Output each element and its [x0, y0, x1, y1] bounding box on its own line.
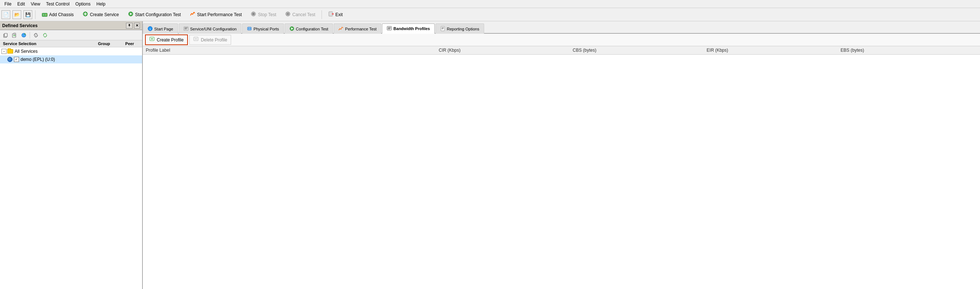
svg-marker-17: [333, 13, 334, 15]
folder-icon: [7, 49, 13, 54]
tab-reporting-options[interactable]: Reporting Options: [436, 24, 484, 34]
panel-copy1-button[interactable]: [2, 31, 10, 39]
svg-rect-35: [248, 27, 251, 30]
open-button[interactable]: 📂: [13, 10, 21, 19]
exit-icon: [328, 11, 334, 18]
tab-physical-ports[interactable]: Physical Ports: [242, 24, 284, 34]
panel-chain1-button[interactable]: [32, 31, 40, 39]
start-page-icon: i: [148, 26, 153, 32]
main-toolbar: 📄 📂 💾 Add Chassis Create Service: [0, 8, 980, 21]
tab-config-test[interactable]: Configuration Test: [285, 24, 333, 34]
panel-titlebar-controls: 🖈 ✕: [126, 23, 140, 29]
checkbox-demo[interactable]: ✓: [14, 57, 19, 62]
menu-help[interactable]: Help: [93, 1, 108, 7]
menu-file[interactable]: File: [2, 1, 14, 7]
col-peer: Peer: [119, 42, 141, 46]
cancel-test-button[interactable]: Cancel Test: [282, 10, 318, 19]
bandwidth-icon: [387, 26, 392, 32]
open-icon: 📂: [14, 12, 20, 17]
main-layout: Defined Services 🖈 ✕: [0, 21, 980, 289]
save-icon: 💾: [25, 12, 31, 17]
table-header-row: Profile Label CIR (Kbps) CBS (bytes) EIR…: [143, 46, 980, 55]
col-cbs: CBS (bytes): [570, 46, 704, 55]
add-chassis-icon: [42, 12, 48, 18]
svg-rect-1: [43, 14, 44, 16]
tab-physical-ports-label: Physical Ports: [253, 27, 279, 31]
config-test-icon: [289, 26, 294, 32]
menu-options[interactable]: Options: [73, 1, 93, 7]
tab-config-test-label: Configuration Test: [296, 27, 328, 31]
create-profile-icon: [150, 36, 155, 43]
pin-icon[interactable]: 🖈: [126, 23, 132, 29]
save-button[interactable]: 💾: [24, 10, 32, 19]
stop-test-label: Stop Test: [258, 12, 276, 17]
panel-chain2-button[interactable]: [41, 31, 49, 39]
cancel-icon: [285, 11, 291, 18]
content-toolbar: Create Profile Delete Profile: [143, 34, 980, 46]
delete-profile-button[interactable]: Delete Profile: [189, 35, 231, 45]
demo-epl-text: demo (EPL) (U:0): [21, 57, 55, 62]
tab-perf-test-label: Performance Test: [345, 27, 377, 31]
exit-label: Exit: [336, 12, 343, 17]
tab-service-uni[interactable]: Service/UNI Configuration: [179, 24, 241, 34]
add-chassis-button[interactable]: Add Chassis: [38, 10, 77, 19]
tab-perf-test[interactable]: Performance Test: [334, 24, 381, 34]
tree-header: Service Selection Group Peer: [0, 40, 142, 47]
stop-test-button[interactable]: Stop Test: [247, 10, 279, 19]
tab-start-page-label: Start Page: [154, 27, 173, 31]
tab-reporting-label: Reporting Options: [447, 27, 479, 31]
create-service-button[interactable]: Create Service: [79, 10, 122, 19]
svg-rect-11: [252, 13, 255, 15]
menu-view[interactable]: View: [28, 1, 43, 7]
create-profile-label: Create Profile: [157, 37, 183, 43]
tab-start-page[interactable]: i Start Page: [143, 24, 178, 34]
svg-rect-37: [250, 28, 250, 29]
tree-label-demo: ✓ demo (EPL) (U:0): [7, 57, 55, 62]
tree-row-all-services[interactable]: − All Services: [0, 47, 142, 55]
globe-node-icon: [7, 57, 13, 62]
tab-bandwidth-label: Bandwidth Profiles: [393, 26, 430, 31]
new-button[interactable]: 📄: [2, 10, 10, 19]
cancel-test-label: Cancel Test: [292, 12, 315, 17]
tab-bar: i Start Page Service/UNI Configuration: [143, 21, 980, 34]
col-cir: CIR (Kbps): [436, 46, 570, 55]
svg-rect-34: [185, 29, 187, 29]
start-config-test-button[interactable]: Start Configuration Test: [124, 10, 184, 19]
start-perf-test-label: Start Performance Test: [197, 12, 242, 17]
panel-copy2-button[interactable]: [11, 31, 19, 39]
all-services-text: All Services: [15, 49, 38, 54]
start-perf-test-button[interactable]: Start Performance Test: [186, 10, 245, 19]
svg-rect-44: [441, 26, 445, 31]
content-area: Profile Label CIR (Kbps) CBS (bytes) EIR…: [143, 46, 980, 289]
create-service-label: Create Service: [90, 12, 119, 17]
menu-bar: File Edit View Test Control Options Help: [0, 0, 980, 8]
svg-rect-33: [185, 27, 188, 28]
panel-titlebar: Defined Services 🖈 ✕: [0, 21, 142, 30]
svg-point-27: [24, 34, 25, 35]
svg-text:i: i: [150, 27, 151, 31]
close-panel-icon[interactable]: ✕: [134, 23, 140, 29]
panel-title: Defined Services: [2, 23, 38, 28]
service-uni-icon: [183, 26, 189, 32]
tree-row-demo-epl[interactable]: ✓ demo (EPL) (U:0): [0, 55, 142, 64]
menu-edit[interactable]: Edit: [14, 1, 28, 7]
create-profile-button[interactable]: Create Profile: [145, 35, 188, 45]
svg-rect-19: [5, 34, 7, 37]
tab-service-uni-label: Service/UNI Configuration: [190, 27, 237, 31]
exit-button[interactable]: Exit: [325, 10, 346, 19]
tree-label-all-services: All Services: [7, 49, 38, 54]
tab-bandwidth-profiles[interactable]: Bandwidth Profiles: [382, 24, 435, 34]
panel-globe-button[interactable]: [20, 31, 28, 39]
right-panel: i Start Page Service/UNI Configuration: [143, 21, 980, 289]
delete-profile-icon: [193, 36, 199, 43]
svg-point-3: [46, 14, 47, 15]
menu-test-control[interactable]: Test Control: [43, 1, 73, 7]
tree-area: − All Services ✓ demo (EPL) (U:0): [0, 47, 142, 289]
col-eir: EIR (Kbps): [704, 46, 838, 55]
svg-rect-21: [14, 33, 16, 35]
toolbar-sep-1: [35, 10, 35, 19]
add-chassis-label: Add Chassis: [49, 12, 73, 17]
tree-expander-all-services[interactable]: −: [2, 49, 6, 54]
svg-line-29: [35, 35, 37, 36]
delete-profile-label: Delete Profile: [201, 37, 227, 43]
